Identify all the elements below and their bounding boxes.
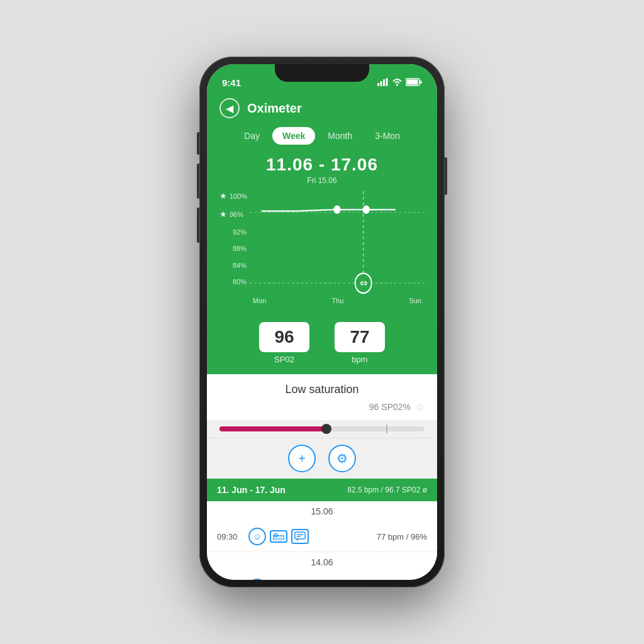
star-100-icon: ★	[219, 191, 227, 201]
message-icon	[291, 529, 309, 544]
status-time: 9:41	[222, 77, 241, 88]
bpm-value: 77	[350, 327, 369, 347]
history-item[interactable]: 09:30 ☺	[207, 521, 437, 552]
history-item[interactable]: 13:54 ☺ OK 85 bpm / 96%	[207, 572, 437, 580]
spo2-value-box: 96	[259, 322, 309, 352]
history-list: 15.06 09:30 ☺	[207, 501, 437, 580]
chart-wrapper: ★ 100% ★ 96% 92% 88%	[219, 191, 425, 304]
svg-rect-2	[383, 79, 385, 86]
chart-area: 11.06 - 17.06 Fri 15.06 ★ 100% ★ 96%	[207, 150, 437, 314]
tab-month[interactable]: Month	[318, 127, 362, 145]
date-range: 11.06 - 17.06 Fri 15.06	[219, 155, 425, 185]
spo2-value: 96	[274, 327, 294, 347]
saturation-value: 96 SP02%	[369, 402, 411, 412]
signal-icon	[377, 78, 389, 88]
history-time: 09:30	[217, 532, 242, 541]
spo2-label: SP02	[259, 355, 309, 364]
tab-3mon[interactable]: 3-Mon	[365, 127, 410, 145]
x-label-thu: Thu	[331, 297, 343, 304]
tab-week[interactable]: Week	[272, 127, 315, 145]
star-96-icon: ★	[219, 209, 227, 219]
history-icons: ☺ OK	[248, 579, 309, 580]
smiley-icon: ☺	[248, 528, 266, 545]
date-range-main: 11.06 - 17.06	[219, 155, 425, 175]
y-label-80: 80%	[219, 278, 247, 286]
battery-icon	[406, 78, 422, 88]
svg-rect-3	[386, 78, 388, 86]
history-date-range: 11. Jun - 17. Jun	[217, 485, 286, 495]
history-reading: 77 bpm / 96%	[377, 532, 427, 541]
add-icon: +	[298, 452, 306, 466]
slider-fill	[219, 426, 326, 431]
y-label-92: 92%	[219, 228, 247, 236]
status-icons	[377, 78, 422, 88]
back-button[interactable]: ◀	[219, 98, 240, 118]
app-header: ◀ Oximeter	[207, 92, 437, 125]
date-group-1406: 14.06	[207, 552, 437, 572]
saturation-section: Low saturation 96 SP02% ☆	[207, 374, 437, 420]
tab-bar: Day Week Month 3-Mon	[207, 125, 437, 150]
date-range-sub: Fri 15.06	[219, 176, 425, 185]
metric-bpm: 77 bpm	[335, 322, 385, 364]
slider-thumb[interactable]	[321, 424, 331, 434]
back-icon: ◀	[226, 103, 233, 114]
svg-rect-7	[420, 80, 422, 84]
favorite-star-icon[interactable]: ☆	[414, 400, 425, 414]
action-buttons: + ⚙	[207, 438, 437, 479]
svg-rect-0	[377, 83, 379, 86]
svg-point-10	[364, 206, 369, 213]
svg-rect-16	[274, 534, 277, 536]
settings-button[interactable]: ⚙	[328, 445, 356, 472]
slider-track[interactable]	[219, 426, 425, 431]
saturation-row: 96 SP02% ☆	[219, 400, 425, 414]
gear-icon: ⚙	[336, 451, 348, 466]
y-label-84: 84%	[219, 262, 247, 269]
svg-text:⇔: ⇔	[360, 277, 367, 289]
bpm-label: bpm	[335, 355, 385, 364]
history-icons: ☺	[248, 528, 309, 545]
bed-icon	[270, 530, 287, 543]
smiley-icon: ☺	[248, 579, 266, 580]
bpm-value-box: 77	[335, 322, 385, 352]
add-button[interactable]: +	[288, 445, 316, 472]
chart-svg: ⇔ Mon Thu Sun	[250, 191, 425, 304]
svg-point-9	[334, 206, 340, 213]
svg-rect-1	[380, 81, 382, 86]
svg-rect-18	[295, 532, 305, 539]
x-label-mon: Mon	[253, 297, 266, 304]
notch	[275, 64, 369, 82]
tab-day[interactable]: Day	[234, 127, 270, 145]
y-label-100: ★ 100%	[219, 191, 247, 201]
page-title: Oximeter	[247, 101, 302, 116]
metrics-row: 96 SP02 77 bpm	[207, 314, 437, 374]
history-stats: 82.5 bpm / 96.7 SP02 ø	[347, 486, 427, 494]
saturation-title: Low saturation	[219, 383, 425, 396]
svg-rect-6	[407, 80, 418, 85]
date-group-1506: 15.06	[207, 501, 437, 521]
chart-y-labels: ★ 100% ★ 96% 92% 88%	[219, 191, 247, 304]
slider-marker	[386, 425, 387, 433]
svg-point-4	[396, 84, 398, 86]
metric-spo2: 96 SP02	[259, 322, 309, 364]
y-label-96: ★ 96%	[219, 209, 247, 219]
y-label-88: 88%	[219, 245, 247, 252]
slider-section	[207, 420, 437, 438]
history-header: 11. Jun - 17. Jun 82.5 bpm / 96.7 SP02 ø	[207, 479, 437, 501]
x-label-sun: Sun	[409, 297, 421, 304]
wifi-icon	[392, 78, 402, 88]
